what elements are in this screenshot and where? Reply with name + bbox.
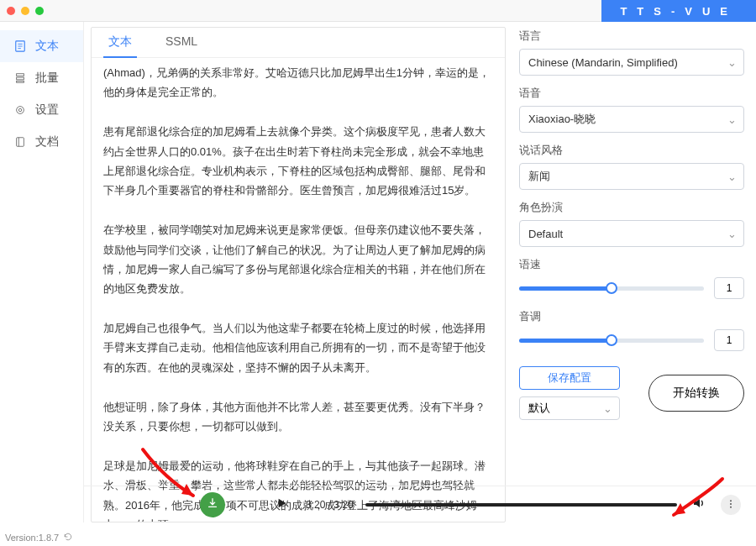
sidebar-item-text[interactable]: 文本: [0, 30, 83, 62]
editor-tabs: 文本 SSML: [92, 28, 505, 58]
voice-value: Xiaoxiao-晓晓: [528, 112, 596, 127]
svg-marker-11: [279, 498, 286, 507]
editor-panel: 文本 SSML (Ahmad)，兄弟俩的关系非常好。艾哈迈德只比加尼姆早出生1分…: [91, 27, 506, 522]
svg-rect-9: [17, 138, 24, 147]
minimize-window[interactable]: [21, 7, 29, 15]
more-button[interactable]: [721, 495, 741, 515]
text-input[interactable]: (Ahmad)，兄弟俩的关系非常好。艾哈迈德只比加尼姆早出生1分钟，幸运的是，他…: [92, 58, 505, 522]
version-label: Version:1.8.7: [5, 533, 59, 543]
sidebar-item-settings[interactable]: 设置: [0, 94, 83, 126]
convert-button[interactable]: 开始转换: [648, 375, 744, 412]
voice-select[interactable]: Xiaoxiao-晓晓⌄: [519, 106, 744, 133]
more-icon: [726, 497, 736, 512]
refresh-icon[interactable]: [64, 533, 72, 543]
svg-point-13: [730, 500, 732, 501]
chevron-down-icon: ⌄: [727, 228, 737, 240]
rate-slider[interactable]: [519, 286, 704, 291]
lang-label: 语言: [519, 29, 744, 44]
app-brand: TTS-VUE: [601, 0, 756, 22]
svg-point-8: [18, 108, 22, 112]
play-icon: [276, 497, 288, 512]
svg-marker-12: [694, 499, 700, 507]
preset-value: 默认: [528, 401, 550, 416]
svg-rect-6: [17, 81, 24, 83]
svg-point-7: [17, 107, 24, 114]
pitch-value: 1: [714, 329, 744, 351]
chevron-down-icon: ⌄: [727, 171, 737, 183]
preset-select[interactable]: 默认⌄: [519, 396, 620, 420]
svg-point-15: [730, 506, 732, 507]
rate-value: 1: [714, 277, 744, 299]
audio-player: 3:20 / 3:20: [84, 486, 756, 522]
lang-value: Chinese (Mandarin, Simplified): [528, 56, 678, 69]
svg-rect-4: [17, 74, 24, 76]
svg-rect-5: [17, 77, 24, 80]
lang-select[interactable]: Chinese (Mandarin, Simplified)⌄: [519, 49, 744, 76]
style-value: 新闻: [528, 169, 550, 184]
download-icon: [207, 497, 218, 512]
sidebar: 文本 批量 设置 文档: [0, 22, 84, 522]
sidebar-item-label: 设置: [35, 102, 59, 118]
role-label: 角色扮演: [519, 200, 744, 215]
stack-icon: [13, 71, 27, 85]
role-select[interactable]: Default⌄: [519, 220, 744, 247]
save-config-button[interactable]: 保存配置: [519, 366, 620, 390]
progress-bar[interactable]: [365, 503, 677, 507]
download-button[interactable]: [200, 492, 225, 517]
book-icon: [13, 135, 27, 149]
style-select[interactable]: 新闻⌄: [519, 163, 744, 190]
window-controls: [7, 7, 44, 15]
chevron-down-icon: ⌄: [727, 56, 737, 69]
pitch-slider[interactable]: [519, 339, 704, 343]
style-label: 说话风格: [519, 143, 744, 158]
chevron-down-icon: ⌄: [603, 402, 612, 415]
sidebar-item-docs[interactable]: 文档: [0, 126, 83, 158]
footer: Version:1.8.7: [5, 533, 72, 543]
doc-icon: [13, 39, 27, 53]
pitch-label: 音调: [519, 309, 744, 324]
sidebar-item-batch[interactable]: 批量: [0, 62, 83, 94]
playback-time: 3:20 / 3:20: [306, 499, 354, 511]
maximize-window[interactable]: [35, 7, 44, 15]
sidebar-item-label: 批量: [35, 71, 59, 86]
volume-button[interactable]: [689, 495, 709, 515]
tab-text[interactable]: 文本: [103, 28, 137, 58]
volume-icon: [692, 496, 706, 513]
sidebar-item-label: 文本: [35, 39, 59, 54]
gear-icon: [13, 103, 27, 117]
play-button[interactable]: [270, 493, 294, 517]
sidebar-item-label: 文档: [35, 134, 59, 150]
tab-ssml[interactable]: SSML: [160, 28, 202, 57]
role-value: Default: [528, 228, 563, 240]
config-panel: 语言 Chinese (Mandarin, Simplified)⌄ 语音 Xi…: [514, 27, 749, 522]
titlebar: TTS-VUE: [0, 0, 756, 22]
chevron-down-icon: ⌄: [727, 113, 737, 126]
svg-point-14: [730, 503, 732, 505]
voice-label: 语音: [519, 86, 744, 101]
close-window[interactable]: [7, 7, 15, 15]
rate-label: 语速: [519, 257, 744, 272]
